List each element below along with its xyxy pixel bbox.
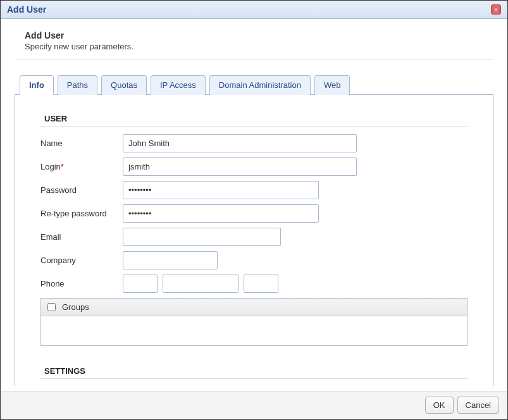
phone-input-1[interactable] <box>123 275 158 293</box>
label-login-text: Login <box>40 162 61 171</box>
divider <box>15 59 493 59</box>
tab-ip-access[interactable]: IP Access <box>151 75 206 95</box>
phone-group <box>123 275 278 293</box>
groups-box: Groups <box>40 298 468 346</box>
settings-legend: SETTINGS <box>40 366 468 379</box>
dialog-footer: OK Cancel <box>1 391 507 419</box>
row-phone: Phone <box>40 275 468 293</box>
row-password: Password <box>40 181 468 199</box>
row-login: Login* <box>40 158 468 176</box>
page-subtitle: Specify new user parameters. <box>25 42 493 51</box>
row-name: Name <box>40 134 468 152</box>
groups-select-all-checkbox[interactable] <box>47 303 56 311</box>
row-retype-password: Re-type password <box>40 204 468 223</box>
name-input[interactable] <box>123 134 357 152</box>
row-email: Email <box>40 228 468 246</box>
tab-bar: Info Paths Quotas IP Access Domain Admin… <box>15 75 493 94</box>
retype-password-input[interactable] <box>123 204 319 223</box>
phone-input-2[interactable] <box>163 275 239 293</box>
label-retype-password: Re-type password <box>40 209 123 218</box>
section-header: Add User Specify new user parameters. <box>15 28 493 56</box>
label-company: Company <box>40 256 123 265</box>
label-password: Password <box>40 185 123 195</box>
dialog-body: Add User Specify new user parameters. In… <box>1 19 507 386</box>
phone-input-3[interactable] <box>244 275 278 293</box>
close-icon[interactable]: × <box>491 4 501 15</box>
tab-quotas[interactable]: Quotas <box>101 75 147 95</box>
tab-web[interactable]: Web <box>314 75 350 95</box>
login-input[interactable] <box>123 158 357 176</box>
password-input[interactable] <box>123 181 319 199</box>
tab-domain-administration[interactable]: Domain Administration <box>209 75 311 95</box>
required-marker: * <box>61 162 64 171</box>
company-input[interactable] <box>123 251 218 269</box>
label-name: Name <box>40 139 123 148</box>
tab-info[interactable]: Info <box>20 75 54 95</box>
email-input[interactable] <box>123 228 281 246</box>
row-company: Company <box>40 251 468 269</box>
page-title: Add User <box>25 30 493 40</box>
label-login: Login* <box>40 162 123 171</box>
cancel-button[interactable]: Cancel <box>457 397 499 414</box>
user-legend: USER <box>40 114 468 127</box>
groups-header: Groups <box>41 299 467 316</box>
dialog-header: Add User × <box>1 1 507 19</box>
label-phone: Phone <box>40 279 123 288</box>
settings-block: SETTINGS Enabled Enable ad-hoc email tra… <box>40 366 468 386</box>
ok-button[interactable]: OK <box>425 397 454 414</box>
dialog-title: Add User <box>7 4 46 15</box>
label-email: Email <box>40 232 123 242</box>
groups-column-header: Groups <box>62 302 89 312</box>
tab-panel-info: USER Name Login* Password Re-type passwo… <box>15 94 493 386</box>
tab-paths[interactable]: Paths <box>58 75 97 95</box>
